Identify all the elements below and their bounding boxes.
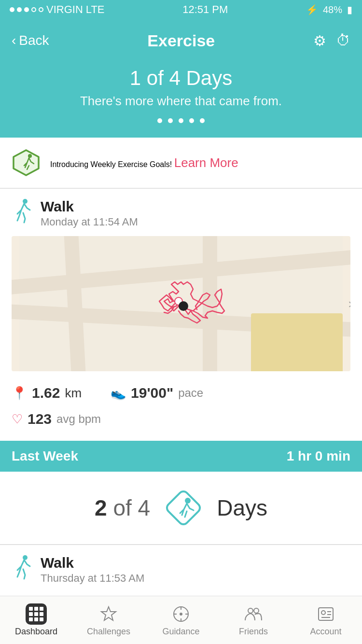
svg-marker-1	[14, 150, 39, 175]
svg-point-11	[179, 301, 188, 311]
goals-learn-more[interactable]: Learn More	[174, 155, 238, 170]
svg-point-25	[321, 611, 325, 615]
nav-title: Exercise	[147, 31, 215, 50]
pace-stat: 👟 19'00" pace	[111, 385, 203, 401]
nav-item-friends[interactable]: Friends	[217, 603, 290, 637]
nav-item-account[interactable]: Account	[290, 603, 362, 637]
last-week-label: Last Week	[12, 448, 78, 464]
svg-rect-8	[203, 236, 217, 371]
grid-dot-8	[34, 617, 38, 621]
network-label: LTE	[86, 3, 105, 16]
stats-row-2: ♡ 123 avg bpm	[12, 405, 350, 431]
back-label: Back	[19, 33, 49, 48]
nav-icons: ⚙ ⏱	[313, 32, 350, 49]
bpm-label: avg bpm	[56, 412, 101, 426]
friends-label: Friends	[239, 627, 268, 637]
guidance-label: Guidance	[162, 627, 199, 637]
last-week-activity-header: Walk Thursday at 11:53 AM	[12, 555, 350, 585]
timer-icon[interactable]: ⏱	[336, 32, 350, 49]
grid-dot-9	[40, 617, 43, 621]
goals-text-main: Introducing Weekly Exercise Goals!	[50, 160, 172, 168]
dot-4	[189, 118, 194, 123]
header-section: 1 of 4 Days There's more where that came…	[0, 62, 362, 138]
days-of: of	[113, 495, 138, 520]
account-label: Account	[310, 627, 341, 637]
star-icon	[99, 605, 118, 623]
days-count-header: 1 of 4 Days	[0, 67, 362, 90]
svg-rect-9	[251, 313, 343, 371]
time-label: 12:51 PM	[182, 3, 228, 16]
signal-dot-5	[39, 7, 43, 12]
signal-dots	[10, 7, 43, 12]
grid-dot-1	[29, 607, 33, 611]
distance-unit: km	[65, 386, 82, 401]
last-week-header: Last Week 1 hr 0 min	[0, 441, 362, 472]
distance-stat: 📍 1.62 km	[12, 385, 82, 401]
heart-icon: ♡	[12, 412, 23, 427]
friends-icon-container	[243, 603, 264, 625]
dashboard-label: Dashboard	[15, 627, 57, 637]
grid-icon	[29, 607, 43, 621]
nav-bar: ‹ Back Exercise ⚙ ⏱	[0, 19, 362, 62]
dot-2	[168, 118, 173, 123]
svg-point-13	[185, 498, 191, 504]
bluetooth-icon: ⚡	[306, 4, 318, 15]
grid-dot-7	[29, 617, 33, 621]
dashboard-icon	[26, 603, 47, 625]
pace-label: pace	[178, 386, 203, 400]
bottom-nav: Dashboard Challenges Guidance	[0, 596, 362, 644]
stats-row: 📍 1.62 km 👟 19'00" pace	[12, 379, 350, 405]
svg-point-3	[23, 199, 28, 204]
account-icon-container	[315, 603, 336, 625]
last-week-activity-info: Walk Thursday at 11:53 AM	[41, 555, 144, 585]
grid-dot-6	[40, 612, 43, 616]
map-svg	[12, 236, 350, 371]
goals-banner: Introducing Weekly Exercise Goals! Learn…	[0, 138, 362, 188]
compass-icon	[172, 605, 190, 623]
activity-type: Walk	[41, 198, 138, 215]
dot-1	[157, 118, 162, 123]
nav-item-guidance[interactable]: Guidance	[145, 603, 217, 637]
map-expand-icon[interactable]: ›	[348, 296, 350, 311]
status-bar: VIRGIN LTE 12:51 PM ⚡ 48% ▮	[0, 0, 362, 19]
nav-item-challenges[interactable]: Challenges	[72, 603, 145, 637]
goals-text: Introducing Weekly Exercise Goals! Learn…	[50, 155, 238, 170]
people-icon	[244, 605, 263, 623]
badge-svg	[162, 486, 205, 530]
grid-dot-3	[40, 607, 43, 611]
grid-dot-2	[34, 607, 38, 611]
back-button[interactable]: ‹ Back	[12, 33, 49, 48]
svg-point-2	[28, 154, 32, 158]
settings-icon[interactable]: ⚙	[313, 32, 326, 49]
bpm-value: 123	[28, 411, 52, 427]
map-container: ›	[12, 236, 350, 371]
location-icon: 📍	[12, 386, 27, 401]
header-subtitle: There's more where that came from.	[0, 94, 362, 109]
distance-value: 1.62	[32, 385, 60, 401]
challenges-icon-container	[98, 603, 119, 625]
svg-rect-12	[165, 490, 202, 526]
nav-item-dashboard[interactable]: Dashboard	[0, 603, 72, 637]
guidance-icon-container	[170, 603, 192, 625]
days-count-display: 2 of 4	[95, 495, 150, 521]
dot-indicators	[0, 118, 362, 123]
activity-time: Monday at 11:54 AM	[41, 216, 138, 228]
challenges-label: Challenges	[87, 627, 130, 637]
exercise-badge	[162, 486, 205, 530]
status-right: ⚡ 48% ▮	[306, 4, 352, 15]
days-completed: 2	[95, 495, 107, 520]
dot-3	[179, 118, 183, 123]
days-total: 4	[138, 495, 151, 520]
last-week-duration: 1 hr 0 min	[287, 448, 350, 464]
activity-info: Walk Monday at 11:54 AM	[41, 198, 138, 228]
svg-point-22	[248, 608, 253, 613]
account-icon	[317, 605, 335, 623]
bpm-stat: ♡ 123 avg bpm	[12, 411, 101, 427]
walk-icon	[12, 198, 32, 228]
days-summary: 2 of 4 Days	[0, 472, 362, 545]
svg-point-14	[23, 555, 28, 560]
shoe-icon: 👟	[111, 386, 126, 401]
grid-dot-5	[34, 612, 38, 616]
svg-point-23	[254, 608, 259, 613]
days-label: Days	[217, 495, 267, 521]
